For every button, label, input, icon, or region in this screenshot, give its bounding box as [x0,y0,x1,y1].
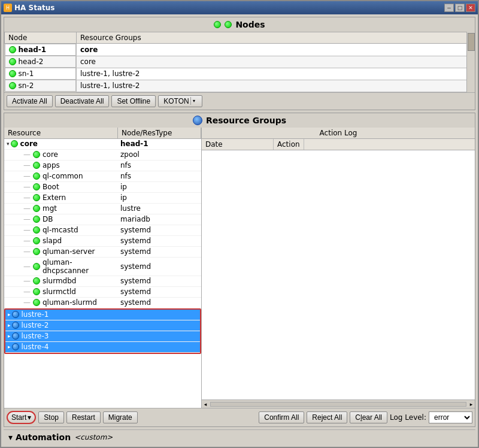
tree-row[interactable]: —qluman-serversystemd [4,247,201,258]
hscroll-track[interactable] [210,402,466,407]
window-title: HA Status [14,4,54,12]
nodes-section: Nodes Node Resource Groups head-1corehea… [4,17,475,110]
tree-row[interactable]: —slurmctldsystemd [4,287,201,298]
action-log-hscroll[interactable]: ◂ ▸ [202,399,475,408]
stop-button[interactable]: Stop [38,411,64,423]
tree-row[interactable]: ▾corehead-1 [4,139,201,150]
expand-arrow[interactable]: ▾ [7,141,10,147]
resource-type [119,346,200,347]
action-log-header: Action Log [202,128,475,139]
tree-row[interactable]: ▸lustre-2 [5,320,200,331]
resource-type: ip [118,182,201,192]
restart-button[interactable]: Restart [66,411,101,423]
tree-row[interactable]: —qluman-slurmdsystemd [4,298,201,308]
green-status-dot [33,216,40,223]
tree-row[interactable]: —slapdsystemd [4,236,201,247]
tree-row[interactable]: —ql-commonnfs [4,171,201,182]
nodes-table-row[interactable]: head-1core [5,44,475,56]
resource-type: systemd [118,276,201,286]
close-button[interactable]: ✕ [466,4,475,12]
expand-arrow[interactable]: ▸ [8,344,11,350]
reject-all-button[interactable]: Reject All [307,411,347,423]
action-log-col-action: Action [274,139,304,150]
tree-row[interactable]: —Externip [4,193,201,204]
tree-row[interactable]: —corezpool [4,150,201,161]
nodes-table-row[interactable]: head-2core [5,56,475,68]
node-status-dot [9,70,16,77]
resource-name: ql-mcastd [43,226,78,234]
resource-name: ql-common [43,172,83,180]
green-status-dot [33,172,40,180]
nodes-status-dot-2 [225,21,232,28]
resource-type [119,335,200,337]
tree-row[interactable]: ▸lustre-4 [5,342,200,353]
activate-all-button[interactable]: Activate All [7,95,53,107]
nodes-table: Node Resource Groups head-1corehead-2cor… [4,32,475,92]
nodes-status-dot-1 [214,21,221,28]
expand-arrow[interactable]: ▸ [8,333,11,339]
titlebar: H HA Status − □ ✕ [1,1,478,14]
resource-name: slapd [43,237,62,245]
titlebar-left: H HA Status [4,4,54,12]
resource-tree[interactable]: Resource Node/ResType ▾corehead-1—corezp… [4,128,202,408]
tree-header: Resource Node/ResType [4,128,201,139]
tree-line: — [23,262,31,271]
resource-name: mgt [43,204,57,213]
confirm-all-button[interactable]: Confirm All [259,411,304,423]
resource-name: lustre-3 [22,332,49,340]
koton-button[interactable]: KOTON ▾ [158,95,202,107]
tree-line: — [23,161,31,169]
green-status-dot [33,226,40,234]
tree-row[interactable]: ▸lustre-1 [5,310,200,320]
green-status-dot [33,288,40,295]
tree-row[interactable]: —ql-mcastdsystemd [4,225,201,236]
tree-row[interactable]: ▸lustre-3 [5,331,200,342]
resource-type: systemd [118,247,201,256]
nodes-table-row[interactable]: sn-2lustre-1, lustre-2 [5,80,475,92]
tree-row[interactable]: —appsnfs [4,161,201,171]
node-resources: core [77,56,475,68]
resource-type: zpool [118,150,201,159]
nodes-table-row[interactable]: sn-1lustre-1, lustre-2 [5,68,475,80]
tree-line: — [23,247,31,256]
start-button[interactable]: Start ▾ [7,411,36,424]
koton-dropdown-arrow[interactable]: ▾ [190,97,197,105]
tree-line: — [23,172,31,180]
set-offline-button[interactable]: Set Offline [111,95,156,107]
nodes-title: Nodes [235,20,265,29]
resource-type: systemd [118,287,201,296]
tree-row[interactable]: —DBmariadb [4,214,201,225]
tree-row[interactable]: —slurmdbdsystemd [4,276,201,287]
main-content: Nodes Node Resource Groups head-1corehea… [1,14,478,447]
node-name: sn-2 [19,81,34,90]
globe-icon [193,116,202,125]
migrate-button[interactable]: Migrate [103,411,138,423]
green-status-dot [33,299,40,306]
blue-status-dot [12,343,19,350]
tree-row[interactable]: —mgtlustre [4,204,201,214]
hscroll-left-arrow[interactable]: ◂ [202,401,209,407]
resource-toolbar-right: Confirm All Reject All Clear All Log Lev… [259,411,472,423]
green-status-dot [33,194,40,201]
log-level-select[interactable]: error debug info warning critical [429,411,472,423]
automation-label: ▾ Automation [8,432,71,442]
node-resources: lustre-1, lustre-2 [77,68,475,80]
resource-type: lustre [118,204,201,213]
resource-name: apps [43,161,60,169]
minimize-button[interactable]: − [444,4,454,12]
tree-row[interactable]: —qluman-dhcpscannersystemd [4,258,201,276]
hscroll-right-arrow[interactable]: ▸ [468,401,475,407]
expand-arrow[interactable]: ▸ [8,311,11,317]
tree-row[interactable]: —Bootip [4,182,201,193]
maximize-button[interactable]: □ [455,4,465,12]
expand-arrow[interactable]: ▸ [8,322,11,328]
nodes-scrollbar[interactable] [466,32,475,92]
tree-body: ▾corehead-1—corezpool—appsnfs—ql-commonn… [4,139,201,354]
nodes-scrollbar-thumb[interactable] [468,33,475,51]
green-status-dot [11,140,18,147]
deactivate-all-button[interactable]: Deactivate All [55,95,110,107]
clear-all-button[interactable]: Clear All [350,411,387,423]
start-dropdown-arrow[interactable]: ▾ [28,413,31,422]
resource-type [119,314,200,315]
titlebar-buttons: − □ ✕ [444,4,475,12]
